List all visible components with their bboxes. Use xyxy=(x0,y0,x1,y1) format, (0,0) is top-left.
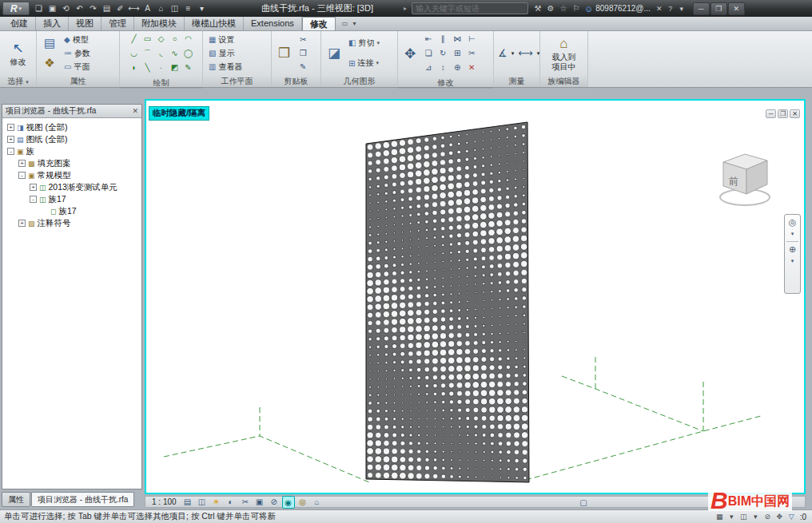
tree-item-family17[interactable]: - ◫ 族17 xyxy=(4,193,140,205)
extend-icon[interactable]: ⊢ xyxy=(465,33,478,46)
status-box-icon[interactable]: ▢ xyxy=(577,497,590,509)
close-button[interactable]: ✕ xyxy=(728,2,745,15)
sun-path-icon[interactable]: ☀ xyxy=(210,496,223,509)
parameter-button[interactable]: ≔ 参数 xyxy=(62,47,92,60)
expander-icon[interactable]: + xyxy=(7,124,14,131)
subscription-icon[interactable]: ⚙ xyxy=(544,4,557,13)
expander-icon[interactable]: + xyxy=(30,184,37,191)
panel-label-family-editor[interactable]: 族编辑器 xyxy=(540,75,587,87)
minimize-button[interactable]: ─ xyxy=(693,2,710,15)
exclude-options-icon[interactable]: ⊘ xyxy=(762,512,773,522)
tree-item-families[interactable]: - ▣ 族 xyxy=(4,145,140,157)
line-tool-icon[interactable]: ╱ xyxy=(128,33,141,46)
customize-caret-icon[interactable]: ▾ xyxy=(195,2,209,15)
point-tool-icon[interactable]: ∙ xyxy=(155,61,168,74)
ellipse-tool-icon[interactable]: ◯ xyxy=(182,47,195,60)
sync-icon[interactable]: ⟲ xyxy=(59,2,73,15)
set-workplane-button[interactable]: ▦ 设置 xyxy=(207,34,244,46)
tab-addins[interactable]: 附加模块 xyxy=(134,17,185,30)
default-3d-view-icon[interactable]: ⌂ xyxy=(154,2,168,15)
press-drag-icon[interactable]: ✥ xyxy=(774,512,785,522)
offset-icon[interactable]: ∥ xyxy=(436,33,449,46)
tab-manage[interactable]: 管理 xyxy=(102,17,134,30)
panel-label-clipboard[interactable]: 剪贴板 xyxy=(272,75,320,87)
thin-lines-icon[interactable]: ≡ xyxy=(181,2,195,15)
move-button[interactable]: ✥ xyxy=(402,33,418,75)
perforated-panel[interactable] xyxy=(366,122,529,482)
sign-in-icon[interactable]: ⚐ xyxy=(570,4,583,13)
sign-out-icon[interactable]: ✕ xyxy=(654,5,665,13)
cut-icon[interactable]: ✂ xyxy=(297,34,309,46)
scale-button[interactable]: 1 : 100 xyxy=(149,497,180,506)
undo-icon[interactable]: ↶ xyxy=(73,2,86,15)
panel-label-properties[interactable]: 属性 xyxy=(37,75,119,87)
pick-line-tool-icon[interactable]: ╲ xyxy=(141,61,154,74)
panel-label-geometry[interactable]: 几何图形 xyxy=(321,75,397,87)
save-icon[interactable]: ▣ xyxy=(46,2,59,15)
user-account[interactable]: ☺ 809876212@... xyxy=(584,4,651,14)
expander-icon[interactable]: - xyxy=(30,196,37,203)
measure-tool-icon[interactable]: ∡ xyxy=(498,45,508,62)
reference-plane-line[interactable] xyxy=(164,436,369,482)
help-caret-icon[interactable]: ▾ xyxy=(676,5,687,13)
temporary-hide-isolate-badge[interactable]: 临时隐藏/隔离 xyxy=(149,106,209,121)
show-crop-icon[interactable]: ▣ xyxy=(253,496,266,509)
reveal-hidden-icon[interactable]: ◎ xyxy=(297,496,309,509)
panel-label-modify[interactable]: 修改 xyxy=(398,77,493,89)
dimension-tool-icon[interactable]: ⟷ xyxy=(518,45,533,62)
panel-label-workplane[interactable]: 工作平面 xyxy=(203,75,271,87)
print-icon[interactable]: ▤ xyxy=(100,2,113,15)
shadows-icon[interactable]: ◐ xyxy=(225,496,237,509)
tree-item-fill-patterns[interactable]: + ▩ 填充图案 xyxy=(4,157,140,169)
viewcube[interactable]: 前 xyxy=(712,145,780,212)
measure-caret-icon[interactable]: ▾ xyxy=(511,50,515,57)
scale-icon[interactable]: ↕ xyxy=(436,61,449,74)
start-end-arc-tool-icon[interactable]: ◠ xyxy=(182,33,195,46)
maximize-button[interactable]: ❐ xyxy=(710,2,727,15)
copy-icon[interactable]: ❏ xyxy=(422,47,435,60)
expander-icon[interactable]: + xyxy=(18,220,26,227)
ribbon-cycle-icon[interactable]: ▭ xyxy=(340,20,351,27)
properties-icon[interactable]: ▤ xyxy=(41,34,58,53)
expander-icon[interactable]: - xyxy=(7,148,14,155)
rotate-icon[interactable]: ↻ xyxy=(436,47,449,60)
tree-item-family17-type[interactable]: ◻ 族17 xyxy=(4,205,140,217)
tab-insert[interactable]: 插入 xyxy=(36,17,69,30)
reference-plane-line[interactable] xyxy=(562,376,703,431)
text-icon[interactable]: A xyxy=(141,2,154,15)
tab-create[interactable]: 创建 xyxy=(3,17,36,30)
zoom-icon[interactable]: ⊕ xyxy=(789,244,796,254)
rectangle-tool-icon[interactable]: ▭ xyxy=(141,33,154,46)
panel-label-draw[interactable]: 绘制 xyxy=(120,77,202,89)
align-icon[interactable]: ⇤ xyxy=(422,33,435,46)
crop-view-icon[interactable]: ✂ xyxy=(239,496,252,509)
communication-center-icon[interactable]: ⚒ xyxy=(531,4,544,13)
reference-plane-line[interactable] xyxy=(526,416,761,480)
temporary-hide-isolate-icon[interactable]: ◉ xyxy=(282,496,295,509)
drawing-area[interactable]: 临时隐藏/隔离 ─ ❐ ✕ 前 ◎ ▾ ⊕ ▾ xyxy=(145,99,806,494)
paste-button[interactable]: ❒ xyxy=(276,33,293,73)
ribbon-cycle-caret-icon[interactable]: ▾ xyxy=(350,20,358,27)
tree-item-generic-models[interactable]: - ▣ 常规模型 xyxy=(4,169,140,181)
copy-to-clipboard-icon[interactable]: ❐ xyxy=(297,47,309,60)
redo-icon[interactable]: ↷ xyxy=(86,2,100,15)
design-options-caret-icon[interactable]: ▾ xyxy=(750,512,761,522)
circle-tool-icon[interactable]: ○ xyxy=(169,33,181,46)
partial-ellipse-tool-icon[interactable]: ◗ xyxy=(128,61,141,74)
tree-item-annotation-symbols[interactable]: + ▨ 注释符号 xyxy=(4,217,140,229)
cut-button[interactable]: ◧ 剪切 ▾ xyxy=(347,37,381,50)
model-viewport[interactable] xyxy=(146,101,804,493)
spline-tool-icon[interactable]: ∿ xyxy=(169,47,181,60)
mirror-icon[interactable]: ⋈ xyxy=(451,33,464,46)
viewer-button[interactable]: ▥ 查看器 xyxy=(207,61,244,73)
tree-item-views[interactable]: + ◨ 视图 (全部) xyxy=(4,121,140,133)
split-icon[interactable]: ✂ xyxy=(465,47,478,60)
application-menu-button[interactable]: R ▾ xyxy=(2,2,30,15)
tree-item-sheets[interactable]: + ▤ 图纸 (全部) xyxy=(4,133,140,145)
steering-wheel-icon[interactable]: ◎ xyxy=(789,217,797,227)
family-types-icon[interactable]: ❖ xyxy=(41,53,58,73)
expander-icon[interactable]: - xyxy=(18,172,26,179)
pick-face-tool-icon[interactable]: ◩ xyxy=(169,61,181,74)
panel-label-measure[interactable]: 测量 xyxy=(494,75,539,87)
tab-glsmod[interactable]: 橄榄山快模 xyxy=(185,17,244,30)
